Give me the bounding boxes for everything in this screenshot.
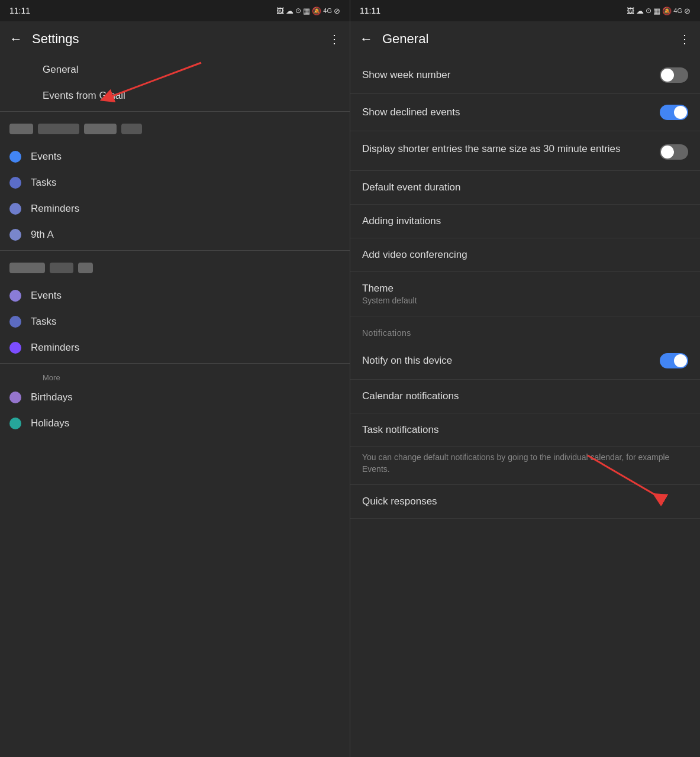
- dot-events2: [9, 290, 21, 302]
- show-week-number-toggle[interactable]: [660, 67, 688, 83]
- holidays-label: Holidays: [31, 418, 69, 429]
- battery-icon-r: ⊘: [684, 7, 691, 15]
- show-declined-events-title: Show declined events: [362, 106, 650, 118]
- account2-blurred: [0, 253, 350, 283]
- general-list: Show week number Show declined events Di…: [350, 57, 700, 757]
- settings-item-tasks1[interactable]: Tasks: [0, 170, 350, 196]
- mute-icon-r: 🔕: [662, 7, 672, 15]
- events-gmail-label: Events from Gmail: [43, 90, 125, 102]
- show-week-number-item[interactable]: Show week number: [350, 57, 700, 94]
- settings-item-holidays[interactable]: Holidays: [0, 410, 350, 436]
- events2-label: Events: [31, 290, 62, 302]
- dot-tasks1: [9, 177, 21, 189]
- status-icons-right: 🖼 ☁ ⊙ ▦ 🔕 4G ⊘: [627, 7, 691, 15]
- default-event-duration-item[interactable]: Default event duration: [350, 171, 700, 205]
- settings-item-events1[interactable]: Events: [0, 144, 350, 170]
- quick-responses-title: Quick responses: [362, 496, 679, 507]
- display-shorter-item[interactable]: Display shorter entries the same size as…: [350, 131, 700, 171]
- tasks1-label: Tasks: [31, 177, 56, 189]
- location-icon: ⊙: [295, 7, 301, 15]
- blur-block-6: [50, 263, 73, 273]
- toggle-thumb-declined: [674, 106, 687, 119]
- display-shorter-toggle[interactable]: [660, 144, 688, 160]
- dot-holidays: [9, 418, 21, 429]
- ninth-a-label: 9th A: [31, 229, 54, 241]
- notify-device-toggle[interactable]: [660, 353, 688, 368]
- birthdays-label: Birthdays: [31, 392, 73, 403]
- show-declined-events-item[interactable]: Show declined events: [350, 94, 700, 131]
- settings-item-birthdays[interactable]: Birthdays: [0, 384, 350, 410]
- dot-tasks2: [9, 316, 21, 328]
- settings-item-reminders2[interactable]: Reminders: [0, 335, 350, 361]
- default-event-duration-title: Default event duration: [362, 182, 679, 193]
- settings-item-events-gmail[interactable]: Events from Gmail: [0, 83, 350, 109]
- toggle-thumb-week: [661, 69, 674, 82]
- task-notifications-item[interactable]: Task notifications: [350, 413, 700, 447]
- adding-invitations-item[interactable]: Adding invitations: [350, 205, 700, 238]
- cloud-icon-r: ☁: [636, 7, 644, 15]
- status-icons-left: 🖼 ☁ ⊙ ▦ 🔕 4G ⊘: [276, 7, 340, 15]
- blur-block-3: [84, 124, 117, 134]
- toggle-thumb-shorter: [661, 145, 674, 158]
- tasks2-label: Tasks: [31, 316, 56, 328]
- signal-icon: 4G: [323, 7, 332, 14]
- reminders1-label: Reminders: [31, 203, 79, 215]
- blur-block-5: [9, 263, 45, 273]
- divider-1: [0, 111, 350, 112]
- signal-icon-r: 4G: [673, 7, 682, 14]
- status-time-right: 11:11: [360, 6, 380, 15]
- settings-item-ninth-a[interactable]: 9th A: [0, 222, 350, 248]
- cloud-icon: ☁: [286, 7, 293, 15]
- notify-device-item[interactable]: Notify on this device: [350, 342, 700, 380]
- blur-block-2: [38, 124, 79, 134]
- more-section-label: More: [0, 366, 350, 384]
- settings-item-tasks2[interactable]: Tasks: [0, 309, 350, 335]
- blur-block-4: [121, 124, 142, 134]
- image-icon: 🖼: [276, 7, 284, 15]
- back-button-left[interactable]: ←: [9, 31, 22, 47]
- settings-item-events2[interactable]: Events: [0, 283, 350, 309]
- status-bar-left: 11:11 🖼 ☁ ⊙ ▦ 🔕 4G ⊘: [0, 0, 350, 21]
- notify-device-title: Notify on this device: [362, 355, 650, 367]
- notifications-header: Notifications: [350, 316, 700, 342]
- dot-reminders1: [9, 203, 21, 215]
- toggle-thumb-notify: [674, 354, 687, 367]
- add-video-conferencing-item[interactable]: Add video conferencing: [350, 238, 700, 272]
- location-icon-r: ⊙: [646, 7, 651, 15]
- battery-icon: ⊘: [334, 7, 340, 15]
- reminders2-label: Reminders: [31, 342, 79, 354]
- more-button-left[interactable]: ⋮: [328, 32, 340, 46]
- general-title: General: [382, 31, 669, 47]
- left-panel: 11:11 🖼 ☁ ⊙ ▦ 🔕 4G ⊘ ← Settings ⋮ Genera…: [0, 0, 350, 757]
- dot-reminders2: [9, 342, 21, 354]
- task-notifications-title: Task notifications: [362, 424, 679, 436]
- adding-invitations-title: Adding invitations: [362, 215, 679, 227]
- settings-title: Settings: [32, 31, 319, 47]
- status-time-left: 11:11: [9, 6, 30, 15]
- divider-3: [0, 363, 350, 364]
- wifi-icon: ▦: [303, 7, 310, 15]
- display-shorter-title: Display shorter entries the same size as…: [362, 142, 650, 156]
- events1-label: Events: [31, 151, 62, 163]
- blur-block-1: [9, 124, 33, 134]
- calendar-notifications-item[interactable]: Calendar notifications: [350, 380, 700, 413]
- notifications-info-text: You can change default notifications by …: [350, 447, 700, 485]
- theme-item[interactable]: Theme System default: [350, 272, 700, 316]
- dot-birthdays: [9, 392, 21, 403]
- calendar-notifications-title: Calendar notifications: [362, 390, 679, 402]
- blur-block-7: [78, 263, 93, 273]
- right-panel: 11:11 🖼 ☁ ⊙ ▦ 🔕 4G ⊘ ← General ⋮ Show we…: [350, 0, 700, 757]
- settings-item-general[interactable]: General: [0, 57, 350, 83]
- status-bar-right: 11:11 🖼 ☁ ⊙ ▦ 🔕 4G ⊘: [350, 0, 700, 21]
- settings-list: General Events from Gmail Events Tasks R…: [0, 57, 350, 757]
- back-button-right[interactable]: ←: [360, 31, 373, 47]
- show-week-number-title: Show week number: [362, 69, 650, 81]
- account1-blurred: [0, 114, 350, 144]
- theme-subtitle: System default: [362, 296, 679, 305]
- show-declined-events-toggle[interactable]: [660, 105, 688, 120]
- image-icon-r: 🖼: [627, 7, 634, 15]
- settings-item-reminders1[interactable]: Reminders: [0, 196, 350, 222]
- quick-responses-item[interactable]: Quick responses: [350, 485, 700, 519]
- wifi-icon-r: ▦: [653, 7, 660, 15]
- more-button-right[interactable]: ⋮: [679, 32, 691, 46]
